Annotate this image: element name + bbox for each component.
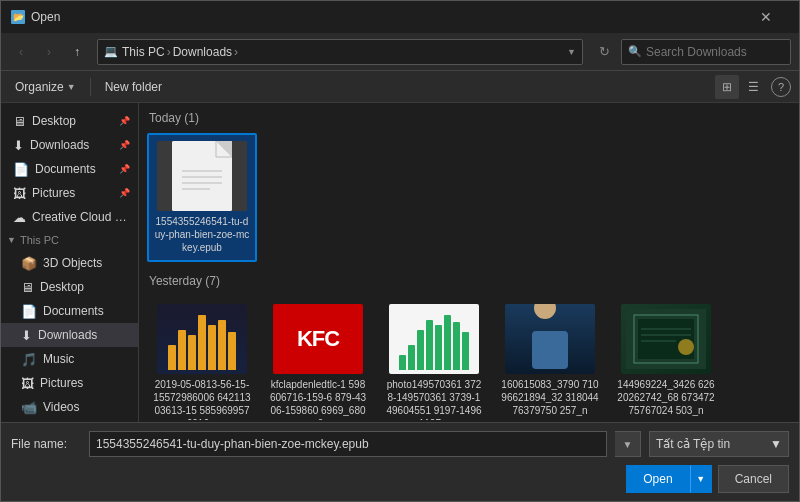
filetype-select[interactable]: Tất cả Tệp tin ▼ bbox=[649, 431, 789, 457]
sidebar-label-creative-cloud: Creative Cloud File bbox=[32, 210, 130, 224]
kfc-filename: kfclapdenledtlc-1 598606716-159-6 879-43… bbox=[269, 378, 367, 420]
bar7 bbox=[228, 332, 236, 370]
address-bar[interactable]: 💻 This PC › Downloads › ▼ bbox=[97, 39, 583, 65]
chart-preview bbox=[157, 304, 247, 374]
file-item-chart2[interactable]: photo149570361 3728-149570361 3739-14960… bbox=[379, 296, 489, 422]
epub-filename: 1554355246541-tu-duy-phan-bien-zoe-mckey… bbox=[153, 215, 251, 254]
sidebar-label-music: Music bbox=[43, 352, 130, 366]
sidebar-label-downloads: Downloads bbox=[30, 138, 111, 152]
sidebar-item-pictures[interactable]: 🖼 Pictures 📌 bbox=[1, 181, 138, 205]
content-panel: Today (1) bbox=[139, 103, 799, 422]
file-item-epub[interactable]: 1554355246541-tu-duy-phan-bien-zoe-mckey… bbox=[147, 133, 257, 262]
search-input[interactable] bbox=[646, 45, 784, 59]
cert-filename: 144969224_3426 62620262742_68 6734727576… bbox=[617, 378, 715, 417]
new-folder-button[interactable]: New folder bbox=[99, 77, 168, 97]
desktop-icon: 🖥 bbox=[13, 114, 26, 129]
cancel-button[interactable]: Cancel bbox=[718, 465, 789, 493]
pictures2-icon: 🖼 bbox=[21, 376, 34, 391]
refresh-button[interactable]: ↻ bbox=[591, 39, 617, 65]
sidebar-item-downloads[interactable]: ⬇ Downloads 📌 bbox=[1, 133, 138, 157]
kfc-preview: KFC bbox=[273, 304, 363, 374]
group-arrow: ▼ bbox=[7, 235, 16, 245]
file-item-kfc[interactable]: KFC kfclapdenledtlc-1 598606716-159-6 87… bbox=[263, 296, 373, 422]
epub-icon bbox=[172, 141, 232, 211]
filename-input-wrap bbox=[89, 431, 607, 457]
sidebar-item-pictures2[interactable]: 🖼 Pictures bbox=[1, 371, 138, 395]
forward-button[interactable]: › bbox=[37, 40, 61, 64]
sidebar-group-this-pc[interactable]: ▼ This PC bbox=[1, 229, 138, 251]
sidebar-item-documents2[interactable]: 📄 Documents bbox=[1, 299, 138, 323]
help-button[interactable]: ? bbox=[771, 77, 791, 97]
view-grid-button[interactable]: ⊞ bbox=[715, 75, 739, 99]
person-filename: 160615083_3790 71096621894_32 3180447637… bbox=[501, 378, 599, 417]
nav-bar: ‹ › ↑ 💻 This PC › Downloads › ▼ ↻ 🔍 bbox=[1, 33, 799, 71]
chart2-preview bbox=[389, 304, 479, 374]
cert-thumbnail bbox=[621, 304, 711, 374]
sidebar-item-desktop2[interactable]: 🖥 Desktop bbox=[1, 275, 138, 299]
pin-icon-desktop: 📌 bbox=[119, 116, 130, 126]
bar2-8 bbox=[462, 332, 469, 370]
view-list-button[interactable]: ☰ bbox=[741, 75, 765, 99]
file-item-cert[interactable]: 144969224_3426 62620262742_68 6734727576… bbox=[611, 296, 721, 422]
svg-rect-0 bbox=[172, 141, 232, 211]
filename-input[interactable] bbox=[96, 437, 600, 451]
sidebar-label-pictures: Pictures bbox=[32, 186, 111, 200]
filename-dropdown-button[interactable]: ▼ bbox=[615, 431, 641, 457]
address-path: This PC › Downloads › bbox=[122, 45, 238, 59]
bar5 bbox=[208, 325, 216, 370]
address-dropdown-icon[interactable]: ▼ bbox=[567, 47, 576, 57]
cert-preview bbox=[621, 304, 711, 374]
bar2-6 bbox=[444, 315, 451, 370]
bar2-1 bbox=[399, 355, 406, 370]
sidebar-item-3d-objects[interactable]: 📦 3D Objects bbox=[1, 251, 138, 275]
back-button[interactable]: ‹ bbox=[9, 40, 33, 64]
creative-cloud-icon: ☁ bbox=[13, 210, 26, 225]
kfc-thumbnail: KFC bbox=[273, 304, 363, 374]
address-sep1: › bbox=[167, 45, 171, 59]
filetype-value: Tất cả Tệp tin bbox=[656, 437, 730, 451]
open-dropdown-button[interactable]: ▼ bbox=[690, 465, 712, 493]
pin-icon-downloads: 📌 bbox=[119, 140, 130, 150]
close-button[interactable]: ✕ bbox=[743, 1, 789, 33]
chart-thumbnail bbox=[157, 304, 247, 374]
address-sep2: › bbox=[234, 45, 238, 59]
sidebar: 🖥 Desktop 📌 ⬇ Downloads 📌 📄 Documents 📌 … bbox=[1, 103, 139, 422]
music-icon: 🎵 bbox=[21, 352, 37, 367]
file-item-person[interactable]: 160615083_3790 71096621894_32 3180447637… bbox=[495, 296, 605, 422]
documents2-icon: 📄 bbox=[21, 304, 37, 319]
3d-objects-icon: 📦 bbox=[21, 256, 37, 271]
sidebar-item-documents[interactable]: 📄 Documents 📌 bbox=[1, 157, 138, 181]
sidebar-item-desktop[interactable]: 🖥 Desktop 📌 bbox=[1, 109, 138, 133]
chart2-thumbnail bbox=[389, 304, 479, 374]
bar3 bbox=[188, 335, 196, 370]
organize-button[interactable]: Organize ▼ bbox=[9, 77, 82, 97]
sidebar-label-desktop: Desktop bbox=[32, 114, 111, 128]
sidebar-item-videos[interactable]: 📹 Videos bbox=[1, 395, 138, 419]
open-dialog: 📂 Open ✕ ‹ › ↑ 💻 This PC › Downloads › ▼… bbox=[0, 0, 800, 502]
main-area: 🖥 Desktop 📌 ⬇ Downloads 📌 📄 Documents 📌 … bbox=[1, 103, 799, 422]
organize-label: Organize bbox=[15, 80, 64, 94]
sidebar-item-creative-cloud[interactable]: ☁ Creative Cloud File bbox=[1, 205, 138, 229]
file-item-chart[interactable]: 2019-05-0813-56-15-15572986006 642113036… bbox=[147, 296, 257, 422]
up-button[interactable]: ↑ bbox=[65, 40, 89, 64]
address-thispc: This PC bbox=[122, 45, 165, 59]
sidebar-label-pictures2: Pictures bbox=[40, 376, 130, 390]
bar2-5 bbox=[435, 325, 442, 370]
sidebar-label-downloads2: Downloads bbox=[38, 328, 130, 342]
person-preview bbox=[505, 304, 595, 374]
pin-icon-documents: 📌 bbox=[119, 164, 130, 174]
bar6 bbox=[218, 320, 226, 370]
sidebar-item-music[interactable]: 🎵 Music bbox=[1, 347, 138, 371]
person-body bbox=[532, 331, 568, 369]
bar2-4 bbox=[426, 320, 433, 370]
sidebar-item-downloads2[interactable]: ⬇ Downloads bbox=[1, 323, 138, 347]
section-yesterday-label: Yesterday (7) bbox=[149, 274, 791, 288]
open-button-wrap: Open ▼ bbox=[626, 465, 711, 493]
filename-label: File name: bbox=[11, 437, 81, 451]
chart-filename: 2019-05-0813-56-15-15572986006 642113036… bbox=[153, 378, 251, 420]
open-button[interactable]: Open bbox=[626, 465, 689, 493]
sidebar-label-desktop2: Desktop bbox=[40, 280, 130, 294]
title-bar: 📂 Open ✕ bbox=[1, 1, 799, 33]
bar1 bbox=[168, 345, 176, 370]
videos-icon: 📹 bbox=[21, 400, 37, 415]
